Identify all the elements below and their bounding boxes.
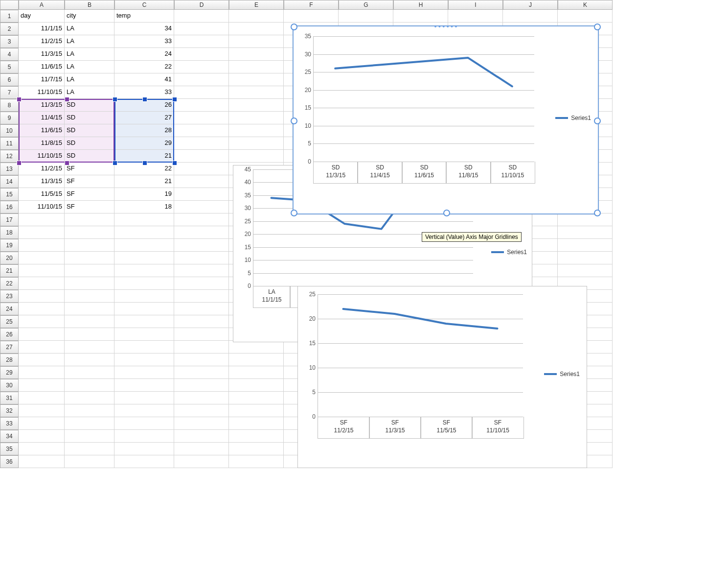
row-header-32[interactable]: 32 (0, 404, 19, 417)
resize-handle-sw[interactable] (291, 210, 297, 216)
cell-E10[interactable] (229, 124, 284, 137)
col-header-K[interactable]: K (558, 0, 613, 10)
cell-C21[interactable] (114, 264, 174, 277)
row-header-20[interactable]: 20 (0, 252, 19, 264)
cell-D33[interactable] (174, 417, 229, 430)
cell-A4[interactable]: 11/3/15 (19, 48, 65, 61)
cell-B15[interactable]: SF (65, 188, 114, 201)
cell-A24[interactable] (19, 303, 65, 315)
cell-B17[interactable] (65, 213, 114, 226)
cell-C35[interactable] (114, 443, 174, 455)
cell-D19[interactable] (174, 239, 229, 252)
cell-C5[interactable]: 22 (114, 61, 174, 73)
row-header-26[interactable]: 26 (0, 328, 19, 341)
col-header-A[interactable]: A (19, 0, 65, 10)
cell-B1[interactable]: city (65, 10, 114, 23)
cell-E30[interactable] (229, 379, 284, 392)
cell-B29[interactable] (65, 366, 114, 379)
cell-D31[interactable] (174, 392, 229, 404)
cell-C34[interactable] (114, 430, 174, 443)
cell-C6[interactable]: 41 (114, 73, 174, 86)
row-header-12[interactable]: 12 (0, 150, 19, 163)
cell-E27[interactable] (229, 341, 284, 354)
cell-A36[interactable] (19, 455, 65, 468)
cell-C36[interactable] (114, 455, 174, 468)
cell-D5[interactable] (174, 61, 229, 73)
cell-B25[interactable] (65, 315, 114, 328)
row-header-28[interactable]: 28 (0, 354, 19, 366)
cell-A32[interactable] (19, 404, 65, 417)
cell-B27[interactable] (65, 341, 114, 354)
cell-I1[interactable] (448, 10, 503, 23)
cell-B22[interactable] (65, 277, 114, 290)
cell-D2[interactable] (174, 23, 229, 35)
cell-C29[interactable] (114, 366, 174, 379)
row-header-35[interactable]: 35 (0, 443, 19, 455)
cell-A33[interactable] (19, 417, 65, 430)
row-header-10[interactable]: 10 (0, 124, 19, 137)
row-header-24[interactable]: 24 (0, 303, 19, 315)
cell-E11[interactable] (229, 137, 284, 150)
cell-B2[interactable]: LA (65, 23, 114, 35)
cell-E32[interactable] (229, 404, 284, 417)
cell-E6[interactable] (229, 73, 284, 86)
cell-A26[interactable] (19, 328, 65, 341)
cell-B5[interactable]: LA (65, 61, 114, 73)
cell-K21[interactable] (558, 264, 613, 277)
cell-E33[interactable] (229, 417, 284, 430)
cell-K1[interactable] (558, 10, 613, 23)
cell-A29[interactable] (19, 366, 65, 379)
cell-C12[interactable]: 21 (114, 150, 174, 163)
resize-handle-se[interactable] (594, 210, 601, 216)
cell-B26[interactable] (65, 328, 114, 341)
resize-handle-e[interactable] (594, 118, 601, 124)
cell-A7[interactable]: 11/10/15 (19, 86, 65, 99)
cell-E36[interactable] (229, 455, 284, 468)
col-header-C[interactable]: C (114, 0, 174, 10)
resize-handle-ne[interactable] (594, 24, 601, 30)
cell-A10[interactable]: 11/6/15 (19, 124, 65, 137)
cell-D1[interactable] (174, 10, 229, 23)
cell-E28[interactable] (229, 354, 284, 366)
cell-B20[interactable] (65, 252, 114, 264)
row-header-3[interactable]: 3 (0, 35, 19, 48)
row-header-29[interactable]: 29 (0, 366, 19, 379)
cell-K20[interactable] (558, 252, 613, 264)
cell-D32[interactable] (174, 404, 229, 417)
cell-E31[interactable] (229, 392, 284, 404)
cell-H1[interactable] (393, 10, 448, 23)
cell-A27[interactable] (19, 341, 65, 354)
cell-C19[interactable] (114, 239, 174, 252)
cell-C31[interactable] (114, 392, 174, 404)
chart-sd-selected[interactable]: 05101520253035SD11/3/15SD11/4/15SD11/6/1… (293, 25, 599, 214)
select-all-corner[interactable] (0, 0, 19, 10)
cell-C11[interactable]: 29 (114, 137, 174, 150)
cell-B24[interactable] (65, 303, 114, 315)
cell-B35[interactable] (65, 443, 114, 455)
cell-D30[interactable] (174, 379, 229, 392)
cell-A13[interactable]: 11/2/15 (19, 163, 65, 175)
cell-B23[interactable] (65, 290, 114, 303)
row-header-7[interactable]: 7 (0, 86, 19, 99)
cell-B31[interactable] (65, 392, 114, 404)
cell-B11[interactable]: SD (65, 137, 114, 150)
cell-A8[interactable]: 11/3/15 (19, 99, 65, 112)
cell-D16[interactable] (174, 201, 229, 213)
cell-C10[interactable]: 28 (114, 124, 174, 137)
row-header-13[interactable]: 13 (0, 163, 19, 175)
col-header-F[interactable]: F (284, 0, 339, 10)
cell-B8[interactable]: SD (65, 99, 114, 112)
cell-D8[interactable] (174, 99, 229, 112)
cell-C8[interactable]: 26 (114, 99, 174, 112)
cell-A9[interactable]: 11/4/15 (19, 112, 65, 124)
row-header-33[interactable]: 33 (0, 417, 19, 430)
cell-A20[interactable] (19, 252, 65, 264)
cell-A23[interactable] (19, 290, 65, 303)
col-header-J[interactable]: J (503, 0, 558, 10)
chart-sf[interactable]: 0510152025SF11/2/15SF11/3/15SF11/5/15SF1… (297, 286, 587, 468)
cell-A5[interactable]: 11/6/15 (19, 61, 65, 73)
cell-D23[interactable] (174, 290, 229, 303)
cell-A12[interactable]: 11/10/15 (19, 150, 65, 163)
cell-A25[interactable] (19, 315, 65, 328)
cell-D29[interactable] (174, 366, 229, 379)
